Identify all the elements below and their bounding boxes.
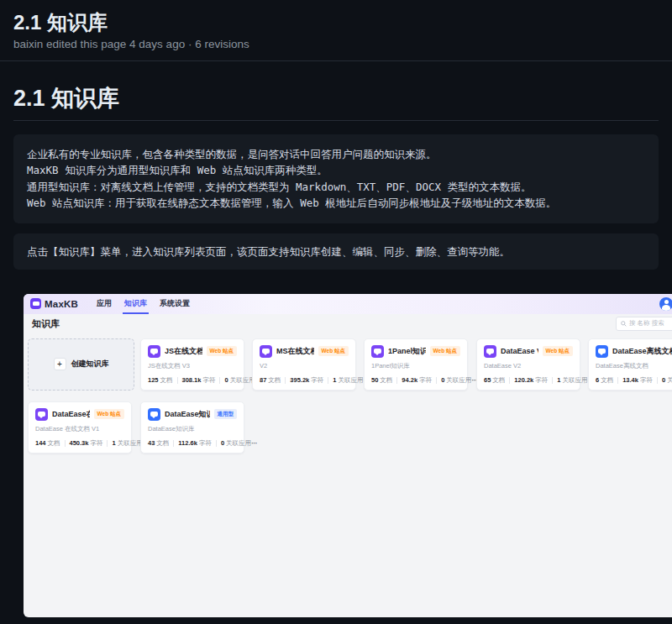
stat-label-apps: 关联应用 (226, 439, 251, 448)
stat-value-apps: 1 (333, 376, 336, 384)
stat-divider (509, 377, 510, 384)
nav-item-1[interactable]: 知识库 (124, 294, 147, 314)
stat-label-chars: 字符 (640, 376, 653, 385)
kb-icon (148, 408, 160, 421)
stat-value-apps: 1 (112, 439, 115, 447)
kb-card-header: JS在线文档 V3 Web 站点 (148, 345, 237, 358)
stat-value-chars: 94.2k (402, 376, 417, 384)
stat-label-docs: 文档 (380, 376, 392, 385)
stat-value-chars: 308.1k (182, 376, 202, 384)
stat-divider (285, 377, 286, 384)
kb-type-badge: 通用型 (214, 409, 238, 419)
stat-value-docs: 50 (371, 376, 378, 384)
kb-card[interactable]: JS在线文档 V3 Web 站点 JS在线文档 V3 125文档308.1k字符… (140, 338, 244, 391)
stat-value-chars: 395.2k (290, 376, 309, 384)
kb-icon (596, 345, 608, 358)
kb-card-title: DataEase离线文档 (612, 346, 672, 357)
kb-card[interactable]: DataEase知识库 通用型 DataEase知识库 43文档112.6k字符… (140, 401, 244, 454)
kb-card-description: DataEase离线文档 (596, 362, 672, 370)
stat-divider (436, 377, 437, 384)
wiki-edit-info: baixin edited this page 4 days ago · 6 r… (13, 38, 659, 50)
kb-card-stats: 125文档308.1k字符0关联应用⋯ (148, 376, 239, 385)
kb-card-description: 1Panel知识库 (371, 362, 460, 370)
stat-divider (216, 440, 217, 447)
kb-card[interactable]: DataEase在线文档 V1 Web 站点 DataEase 在线文档 V1 … (28, 401, 132, 454)
stat-label-chars: 字符 (419, 376, 432, 385)
stat-label-chars: 字符 (199, 439, 212, 448)
stat-value-chars: 120.2k (514, 376, 533, 384)
stat-value-docs: 6 (596, 376, 599, 384)
kb-card-stats: 50文档94.2k字符0关联应用⋯ (371, 376, 462, 385)
wiki-header: 2.1 知识库 baixin edited this page 4 days a… (0, 0, 672, 61)
kb-type-badge: Web 站点 (94, 409, 124, 419)
kb-card-header: DataEase离线文档 (596, 345, 672, 358)
kb-page-title: 知识库 (32, 317, 60, 330)
create-kb-label: 创建知识库 (71, 359, 109, 370)
search-placeholder: 按 名称 搜索 (629, 319, 664, 328)
stat-label-apps: 关联应用 (562, 376, 587, 385)
create-kb-card[interactable]: + 创建知识库 (28, 338, 134, 391)
stat-value-apps: 0 (441, 376, 444, 384)
stat-value-apps: 1 (557, 376, 560, 384)
kb-card-header: DataEase在线文档 V1 Web 站点 (35, 408, 124, 421)
search-input[interactable]: 按 名称 搜索 (616, 317, 672, 331)
kb-card-stats: 6文档13.4k字符0关联应用⋯ (596, 376, 672, 385)
stat-value-chars: 13.4k (622, 376, 638, 384)
maxkb-logo[interactable]: MaxKB (30, 298, 78, 309)
kb-card-header: MS在线文档 Web 站点 (260, 345, 349, 358)
stat-divider (65, 440, 66, 447)
kb-card-title: DataEase V2 (501, 347, 538, 355)
nav-item-2[interactable]: 系统设置 (160, 294, 190, 314)
stat-divider (219, 377, 220, 384)
search-icon (621, 321, 627, 327)
kb-type-badge: Web 站点 (543, 346, 573, 356)
stat-divider (552, 377, 553, 384)
stat-divider (617, 377, 618, 384)
kb-icon (35, 408, 48, 421)
nav-item-0[interactable]: 应用 (97, 294, 112, 314)
stat-value-apps: 0 (221, 439, 224, 447)
stat-label-docs: 文档 (48, 439, 60, 448)
kb-type-badge: Web 站点 (318, 346, 349, 356)
kb-card[interactable]: DataEase V2 Web 站点 DataEase V2 65文档120.2… (476, 338, 580, 391)
maxkb-screenshot: MaxKB 应用知识库系统设置 知识库 按 名称 搜索 + 创建知识库 JS在线… (24, 294, 672, 617)
kb-card[interactable]: DataEase离线文档 DataEase离线文档 6文档13.4k字符0关联应… (588, 338, 672, 391)
kb-icon (484, 345, 496, 358)
kb-card-title: DataEase在线文档 V1 (52, 409, 90, 420)
stat-value-docs: 43 (148, 439, 155, 447)
stat-value-chars: 450.3k (70, 439, 89, 447)
stat-value-docs: 125 (148, 376, 159, 384)
kb-card-header: 1Panel知识库 Web 站点 (371, 345, 460, 358)
stat-divider (657, 377, 658, 384)
stat-label-docs: 文档 (160, 376, 173, 385)
stat-value-chars: 112.6k (178, 439, 197, 447)
stat-label-docs: 文档 (492, 376, 505, 385)
kb-card-title: 1Panel知识库 (388, 346, 426, 357)
kb-card-description: DataEase 在线文档 V1 (35, 425, 124, 433)
stat-label-apps: 关联应用 (667, 376, 672, 385)
stat-label-apps: 关联应用 (446, 376, 471, 385)
stat-divider (107, 440, 108, 447)
markdown-heading: 2.1 知识库 (13, 83, 659, 121)
kb-card-description: DataEase V2 (484, 362, 573, 370)
stat-divider (396, 377, 397, 384)
kb-card[interactable]: MS在线文档 Web 站点 V2 87文档395.2k字符1关联应用⋯ (252, 338, 356, 391)
stat-label-chars: 字符 (90, 439, 102, 448)
stat-label-chars: 字符 (311, 376, 323, 385)
kb-card-title: MS在线文档 (276, 346, 314, 357)
more-menu-icon[interactable]: ⋯ (251, 439, 259, 447)
maxkb-logo-text: MaxKB (45, 299, 78, 309)
maxkb-top-nav: MaxKB 应用知识库系统设置 (24, 294, 672, 314)
tip-code-block: 点击【知识库】菜单，进入知识库列表页面，该页面支持知识库创建、编辑、同步、删除、… (13, 233, 659, 270)
stat-value-docs: 87 (260, 376, 266, 384)
kb-card-header: DataEase V2 Web 站点 (484, 345, 573, 358)
kb-type-badge: Web 站点 (430, 346, 460, 356)
stat-value-docs: 144 (35, 439, 46, 447)
kb-type-badge: Web 站点 (207, 346, 237, 356)
kb-card-stats: 87文档395.2k字符1关联应用⋯ (260, 376, 350, 385)
kb-card[interactable]: 1Panel知识库 Web 站点 1Panel知识库 50文档94.2k字符0关… (364, 338, 468, 391)
stat-label-chars: 字符 (202, 376, 215, 385)
kb-icon (148, 345, 160, 358)
user-avatar[interactable] (659, 297, 672, 311)
stat-label-chars: 字符 (535, 376, 548, 385)
